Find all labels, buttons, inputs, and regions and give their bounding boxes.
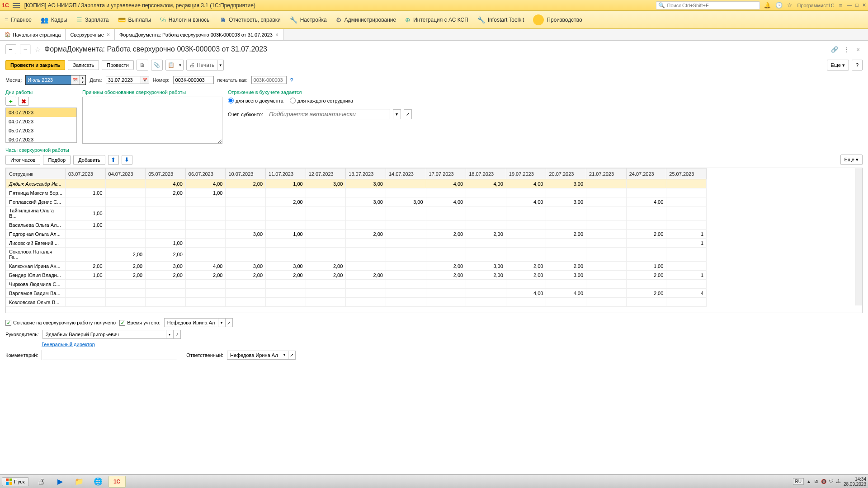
favorite-icon[interactable]: ☆ [34,45,41,54]
cell-hours[interactable] [185,248,226,262]
cell-hours[interactable] [65,239,105,248]
cell-hours[interactable] [185,206,226,221]
cell-hours[interactable] [306,289,346,298]
tray-icon[interactable]: 🛡 [829,479,834,484]
menu-admin[interactable]: ⚙Администрирование [336,16,396,23]
cell-hours[interactable]: 4 [666,289,707,298]
table-row[interactable]: Тайгильдина Ольга В...1,00 [6,206,707,221]
cell-hours[interactable] [386,271,426,280]
task-powershell[interactable]: ▶ [52,476,69,488]
cell-hours[interactable] [306,188,346,197]
date-input[interactable] [106,76,141,84]
cell-employee[interactable]: Варламов Вадим Ва... [6,289,66,298]
cell-hours[interactable] [426,206,466,221]
cell-hours[interactable] [346,221,386,230]
cell-hours[interactable] [105,179,146,188]
bell-icon[interactable]: 🔔 [764,2,771,9]
chevron-down-icon[interactable]: ▼ [217,60,224,70]
cell-hours[interactable]: 2,00 [266,271,306,280]
global-search[interactable]: 🔍 [656,1,760,9]
cell-employee[interactable]: Козловская Ольга В... [6,298,66,307]
cell-hours[interactable]: 2,00 [546,230,586,239]
cell-hours[interactable] [105,280,146,289]
cell-hours[interactable]: 4,00 [426,197,466,206]
account-open-button[interactable]: ↗ [404,109,412,119]
cell-hours[interactable] [266,239,306,248]
cell-hours[interactable]: 3,00 [306,179,346,188]
col-date[interactable]: 21.07.2023 [586,169,627,179]
time-accountant-field[interactable]: ▾ ↗ [164,318,233,327]
cell-hours[interactable]: 2,00 [506,262,546,271]
cell-hours[interactable]: 4,00 [466,179,506,188]
cell-hours[interactable] [306,230,346,239]
add-row-button[interactable]: Добавить [73,155,105,165]
cell-hours[interactable] [386,262,426,271]
cell-hours[interactable] [226,298,266,307]
post-button[interactable]: Провести [102,60,134,70]
cell-hours[interactable] [346,206,386,221]
cell-hours[interactable]: 1,00 [185,188,226,197]
grid-more-button[interactable]: Еще ▾ [840,155,863,165]
menu-taxes[interactable]: %Налоги и взносы [160,16,211,23]
tray-icon[interactable]: 🖥 [814,479,818,484]
cell-hours[interactable]: 4,00 [546,289,586,298]
col-employee[interactable]: Сотрудник [6,169,66,179]
col-date[interactable]: 04.07.2023 [105,169,146,179]
table-row[interactable]: Лисовский Евгений ...1,001 [6,239,707,248]
cell-hours[interactable]: 4,00 [146,179,186,188]
cell-hours[interactable] [426,289,466,298]
cell-hours[interactable] [266,206,306,221]
cell-hours[interactable] [266,298,306,307]
cell-hours[interactable]: 2,00 [426,230,466,239]
cell-hours[interactable] [586,289,627,298]
cell-hours[interactable]: 3,00 [546,197,586,206]
menu-production[interactable]: Производство [533,14,582,25]
select-button[interactable]: Подбор [43,155,71,165]
chevron-down-icon[interactable]: ▾ [281,351,288,360]
cell-hours[interactable]: 3,00 [346,197,386,206]
calendar-icon[interactable]: 📅 [141,76,149,84]
day-item[interactable]: 04.07.2023 [6,117,76,126]
cell-hours[interactable] [426,298,466,307]
totals-button[interactable]: Итог часов [5,155,40,165]
cell-hours[interactable] [586,280,627,289]
maximize-button[interactable]: □ [855,2,859,8]
cell-hours[interactable]: 4,00 [185,262,226,271]
cell-hours[interactable] [266,289,306,298]
menu-main[interactable]: ≡Главное [5,16,32,23]
cell-hours[interactable] [666,206,707,221]
cell-hours[interactable] [586,230,627,239]
move-down-button[interactable]: ⬇ [122,155,132,165]
star-icon[interactable]: ☆ [787,2,793,9]
col-date[interactable]: 10.07.2023 [226,169,266,179]
cell-hours[interactable]: 2,00 [226,179,266,188]
cell-employee[interactable]: Тайгильдина Ольга В... [6,206,66,221]
cell-hours[interactable] [65,298,105,307]
cell-hours[interactable] [346,298,386,307]
cell-hours[interactable] [546,188,586,197]
cell-hours[interactable]: 2,00 [266,197,306,206]
table-row[interactable]: Чиркова Людмила С... [6,280,707,289]
cell-hours[interactable]: 2,00 [306,271,346,280]
cell-hours[interactable]: 2,00 [346,230,386,239]
cell-hours[interactable] [666,262,707,271]
cell-hours[interactable] [586,239,627,248]
col-date[interactable]: 11.07.2023 [266,169,306,179]
cell-hours[interactable] [506,221,546,230]
cell-hours[interactable] [146,289,186,298]
save-button[interactable]: Записать [68,60,99,70]
cell-hours[interactable] [586,179,627,188]
cell-hours[interactable]: 3,00 [346,179,386,188]
cell-hours[interactable] [506,230,546,239]
cell-employee[interactable]: Лисовский Евгений ... [6,239,66,248]
day-item[interactable]: 06.07.2023 [6,135,76,143]
menu-reports[interactable]: 🗎Отчетность, справки [220,16,281,23]
cell-employee[interactable]: Дядык Александр Иг... [6,179,66,188]
menu-salary[interactable]: ☰Зарплата [76,16,109,23]
more-icon[interactable]: ⋮ [842,45,851,54]
more-button[interactable]: Еще ▾ [827,60,849,70]
tray-icon[interactable]: 🖧 [836,479,841,484]
create-based-button[interactable]: 📋▼ [165,60,184,70]
cell-hours[interactable]: 3,00 [546,179,586,188]
col-date[interactable]: 24.07.2023 [626,169,666,179]
